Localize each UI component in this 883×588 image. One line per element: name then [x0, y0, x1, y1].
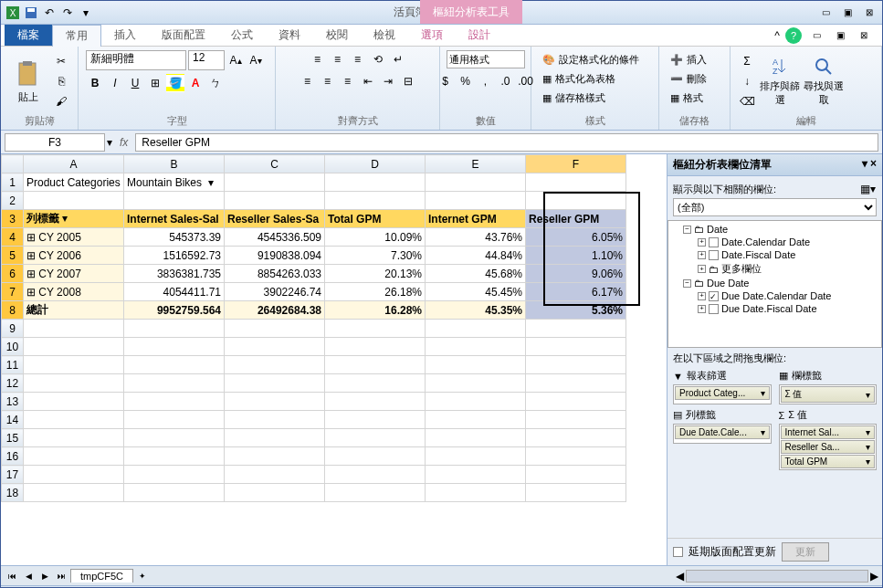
delete-cells-button[interactable]: ➖刪除 — [667, 69, 710, 88]
paste-button[interactable]: 貼上 — [8, 59, 48, 104]
row-header-18[interactable]: 18 — [2, 484, 24, 502]
sort-filter-button[interactable]: AZ 排序與篩選 — [760, 56, 800, 107]
border-button[interactable]: ⊞ — [146, 74, 164, 92]
col-header-F[interactable]: F — [526, 155, 626, 173]
row-header-1[interactable]: 1 — [2, 173, 24, 192]
cell-7-0[interactable]: 4054411.71 — [124, 283, 225, 301]
hscroll-left-icon[interactable]: ◀ — [676, 570, 684, 583]
doc-minimize-button[interactable]: ▭ — [807, 28, 825, 43]
prev-sheet-icon[interactable]: ◀ — [21, 569, 36, 583]
align-right-icon[interactable]: ≡ — [339, 72, 357, 90]
col-header-B[interactable]: B — [124, 155, 225, 173]
cell-7-3[interactable]: 45.45% — [426, 283, 526, 301]
cell-5-1[interactable]: 9190838.094 — [225, 247, 325, 265]
cell-6-2[interactable]: 20.13% — [325, 265, 426, 283]
row-header-12[interactable]: 12 — [2, 374, 24, 393]
filter-value[interactable]: Mountain Bikes ▾ — [124, 173, 225, 192]
field-list-close-icon[interactable]: ▾ × — [862, 157, 877, 173]
phonetic-button[interactable]: ㄅ — [206, 74, 225, 92]
formula-input[interactable]: Reseller GPM — [135, 133, 878, 152]
pivot-col-header-0[interactable]: Internet Sales-Sal — [124, 210, 225, 228]
font-size-input[interactable]: 12 — [188, 50, 225, 70]
row-header-15[interactable]: 15 — [2, 429, 24, 447]
cell-5-2[interactable]: 7.30% — [325, 247, 426, 265]
name-box-dropdown-icon[interactable]: ▾ — [107, 136, 112, 149]
fx-icon[interactable]: fx — [114, 136, 133, 149]
total-2[interactable]: 16.28% — [325, 301, 426, 320]
tab-review[interactable]: 校閱 — [313, 25, 361, 46]
total-4[interactable]: 5.36% — [526, 301, 626, 320]
wrap-text-icon[interactable]: ↵ — [389, 50, 407, 68]
pivot-col-header-1[interactable]: Reseller Sales-Sa — [225, 210, 325, 228]
doc-close-button[interactable]: ⊠ — [855, 28, 873, 43]
copy-icon[interactable]: ⎘ — [52, 72, 70, 90]
cell-4-4[interactable]: 6.05% — [526, 228, 626, 247]
align-left-icon[interactable]: ≡ — [299, 72, 317, 90]
row-header-2[interactable]: 2 — [2, 192, 24, 210]
name-box[interactable]: F3 — [5, 133, 105, 152]
filter-item[interactable]: Product Categ...▾ — [675, 386, 770, 400]
minimize-ribbon-icon[interactable]: ^ — [774, 29, 780, 42]
scope-select[interactable]: (全部) — [673, 198, 877, 216]
minimize-button[interactable]: ▭ — [816, 5, 835, 20]
tab-formula[interactable]: 公式 — [218, 25, 266, 46]
col-header-A[interactable]: A — [24, 155, 124, 173]
tab-file[interactable]: 檔案 — [5, 25, 52, 46]
shrink-font-icon[interactable]: A▾ — [247, 51, 265, 69]
tab-design[interactable]: 設計 — [456, 25, 503, 46]
format-table-button[interactable]: ▦格式化為表格 — [539, 69, 619, 88]
row-item[interactable]: Due Date.Cale...▾ — [675, 425, 770, 439]
fill-color-button[interactable]: 🪣 — [166, 74, 184, 92]
redo-icon[interactable]: ↷ — [59, 5, 76, 21]
cell-6-1[interactable]: 8854263.033 — [225, 265, 325, 283]
filter-drop-area[interactable]: Product Categ...▾ — [673, 384, 772, 404]
align-center-icon[interactable]: ≡ — [319, 72, 337, 90]
comma-icon[interactable]: , — [477, 72, 495, 90]
increase-decimal-icon[interactable]: .0 — [497, 72, 515, 90]
font-color-button[interactable]: A — [186, 74, 205, 92]
column-drop-area[interactable]: Σ 值▾ — [779, 384, 878, 404]
doc-restore-button[interactable]: ▣ — [831, 28, 849, 43]
row-label-7[interactable]: ⊞ CY 2008 — [24, 283, 124, 301]
clear-icon[interactable]: ⌫ — [738, 92, 756, 110]
close-button[interactable]: ⊠ — [860, 5, 878, 20]
cell-5-0[interactable]: 1516592.73 — [124, 247, 225, 265]
cell-4-0[interactable]: 545373.39 — [124, 228, 225, 247]
percent-icon[interactable]: % — [457, 72, 475, 90]
first-sheet-icon[interactable]: ⏮ — [5, 569, 19, 583]
maximize-button[interactable]: ▣ — [838, 5, 857, 20]
col-header-E[interactable]: E — [426, 155, 526, 173]
cell-5-3[interactable]: 44.84% — [426, 247, 526, 265]
help-icon[interactable]: ? — [785, 27, 802, 44]
row-label-6[interactable]: ⊞ CY 2007 — [24, 265, 124, 283]
values-drop-area[interactable]: Internet Sal...▾ Reseller Sa...▾ Total G… — [779, 424, 878, 470]
row-header-14[interactable]: 14 — [2, 411, 24, 429]
cut-icon[interactable]: ✂ — [52, 52, 70, 70]
pivot-col-header-3[interactable]: Internet GPM — [426, 210, 526, 228]
autosum-icon[interactable]: Σ — [738, 52, 756, 70]
format-painter-icon[interactable]: 🖌 — [52, 92, 70, 110]
cell-5-4[interactable]: 1.10% — [526, 247, 626, 265]
row-header-7[interactable]: 7 — [2, 283, 24, 301]
total-label[interactable]: 總計 — [24, 301, 124, 320]
row-header-9[interactable]: 9 — [2, 320, 24, 338]
cell-7-1[interactable]: 3902246.74 — [225, 283, 325, 301]
row-header-3[interactable]: 3 — [2, 210, 24, 228]
merge-button[interactable]: ⊟ — [399, 72, 417, 90]
row-label-4[interactable]: ⊞ CY 2005 — [24, 228, 124, 247]
fill-icon[interactable]: ↓ — [738, 72, 756, 90]
col-header-C[interactable]: C — [225, 155, 325, 173]
tab-data[interactable]: 資料 — [266, 25, 313, 46]
tab-insert[interactable]: 插入 — [101, 25, 149, 46]
tab-layout[interactable]: 版面配置 — [149, 25, 218, 46]
row-drop-area[interactable]: Due Date.Cale...▾ — [673, 424, 772, 444]
format-cells-button[interactable]: ▦格式 — [667, 89, 707, 107]
row-header-16[interactable]: 16 — [2, 447, 24, 466]
cell-7-4[interactable]: 6.17% — [526, 283, 626, 301]
new-sheet-icon[interactable]: ✦ — [135, 569, 150, 583]
find-select-button[interactable]: 尋找與選取 — [804, 56, 844, 107]
update-button[interactable]: 更新 — [782, 542, 829, 562]
tab-home[interactable]: 常用 — [52, 25, 101, 47]
value-item-1[interactable]: Internet Sal...▾ — [781, 425, 876, 439]
row-label-5[interactable]: ⊞ CY 2006 — [24, 247, 124, 265]
